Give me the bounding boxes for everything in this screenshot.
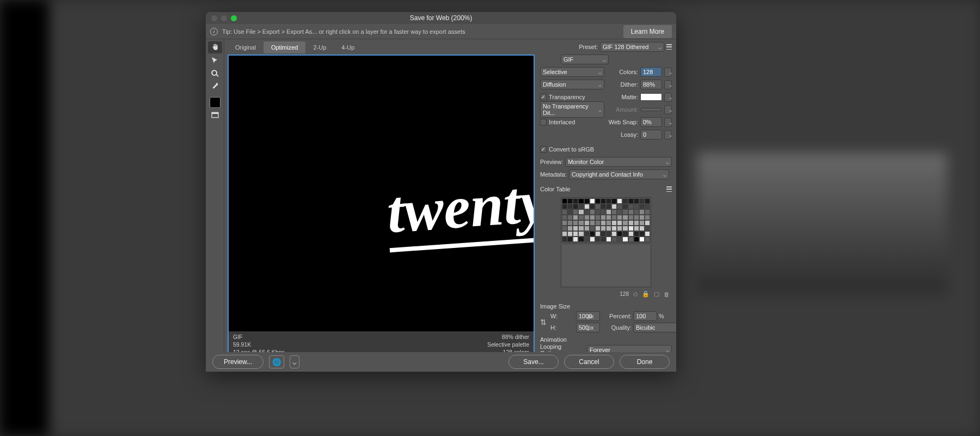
- lossy-label: Lossy:: [540, 131, 638, 138]
- matte-select[interactable]: [664, 93, 672, 102]
- metadata-label: Metadata:: [540, 171, 567, 178]
- preview-button[interactable]: Preview...: [212, 355, 264, 369]
- animation-header: Animation: [540, 336, 672, 343]
- preset-menu-icon[interactable]: [666, 44, 672, 50]
- preview-label: Preview:: [540, 159, 563, 165]
- lossy-stepper[interactable]: [664, 130, 672, 140]
- preset-label: Preset:: [540, 44, 598, 50]
- quality-select[interactable]: Bicubic: [633, 323, 676, 332]
- info-size: 59.91K: [233, 341, 285, 348]
- toggle-slices-visibility[interactable]: [208, 109, 222, 121]
- dither-label: Dither:: [607, 81, 638, 88]
- tip-text: Tip: Use File > Export > Export As... or…: [222, 28, 465, 35]
- save-button[interactable]: Save...: [509, 355, 559, 369]
- window-title: Save for Web (200%): [206, 14, 676, 22]
- tab-2up[interactable]: 2-Up: [305, 41, 334, 53]
- percent-label: Percent:: [604, 313, 632, 319]
- dither-input[interactable]: 88%: [640, 80, 662, 89]
- lossy-input[interactable]: 0: [640, 130, 662, 140]
- minimize-window-button[interactable]: [221, 15, 227, 21]
- slice-select-tool[interactable]: [208, 55, 222, 66]
- dialog-footer: Preview... 🌐 ⌵ Save... Cancel Done: [206, 352, 676, 372]
- settings-panel: Preset: GIF 128 Dithered GIF Selective C…: [538, 39, 676, 372]
- transparency-label: Transparency: [549, 94, 585, 100]
- srgb-label: Convert to sRGB: [549, 146, 594, 153]
- color-count: 128: [620, 291, 629, 297]
- zoom-tool[interactable]: [208, 68, 222, 80]
- preview-content: twentyt: [385, 165, 534, 252]
- close-window-button[interactable]: [211, 15, 217, 21]
- percent-input[interactable]: [633, 311, 657, 321]
- eyedropper-color-swatch[interactable]: [210, 97, 220, 108]
- preview-pane[interactable]: twentyt GIF 59.91K 12 sec @ 56.6 Kbps 88…: [228, 55, 535, 358]
- matte-label: Matte:: [587, 94, 638, 100]
- color-reduction-select[interactable]: Selective: [540, 67, 604, 77]
- color-table-header: Color Table: [540, 186, 570, 192]
- color-table[interactable]: [561, 197, 651, 243]
- tab-original[interactable]: Original: [228, 41, 264, 53]
- metadata-select[interactable]: Copyright and Contact Info: [569, 169, 669, 179]
- learn-more-button[interactable]: Learn More: [623, 25, 672, 38]
- ct-new-icon[interactable]: ▢: [654, 290, 659, 298]
- eyedropper-tool[interactable]: [208, 81, 222, 93]
- browser-preview-icon[interactable]: 🌐: [269, 355, 284, 368]
- ct-lock-icon[interactable]: 🔒: [642, 290, 650, 298]
- link-dimensions-icon[interactable]: ⇅: [540, 318, 549, 326]
- ct-snap-icon[interactable]: ◇: [633, 290, 638, 298]
- color-table-menu-icon[interactable]: [666, 186, 672, 192]
- websnap-input[interactable]: 0%: [640, 117, 662, 127]
- transparency-dither-select[interactable]: No Transparency Dit...: [540, 101, 604, 118]
- preview-tabs: Original Optimized 2-Up 4-Up: [228, 41, 535, 53]
- browser-preview-menu[interactable]: ⌵: [290, 355, 299, 368]
- tab-4up[interactable]: 4-Up: [334, 41, 362, 53]
- srgb-checkbox[interactable]: [540, 146, 547, 153]
- dither-stepper[interactable]: [664, 80, 672, 89]
- info-dither: 88% dither: [487, 333, 529, 341]
- cancel-button[interactable]: Cancel: [564, 355, 614, 369]
- info-palette: Selective palette: [487, 341, 529, 348]
- svg-rect-1: [212, 112, 218, 114]
- amount-label: Amount:: [607, 106, 638, 113]
- websnap-label: Web Snap:: [577, 119, 638, 125]
- matte-swatch[interactable]: [640, 93, 662, 101]
- save-for-web-dialog: Save for Web (200%) i Tip: Use File > Ex…: [206, 12, 676, 372]
- info-format: GIF: [233, 333, 285, 341]
- percent-sign: %: [659, 313, 666, 319]
- px-unit-2: px: [587, 324, 603, 331]
- tool-column: [206, 39, 224, 372]
- preview-select[interactable]: Monitor Color: [565, 157, 672, 167]
- tip-bar: i Tip: Use File > Export > Export As... …: [206, 24, 676, 39]
- amount-input: [640, 108, 662, 111]
- titlebar: Save for Web (200%): [206, 12, 676, 24]
- amount-stepper: [664, 105, 672, 114]
- preview-canvas[interactable]: twentyt: [229, 56, 534, 331]
- dither-method-select[interactable]: Diffusion: [540, 80, 604, 89]
- px-unit: px: [587, 313, 603, 319]
- colors-label: Colors:: [607, 69, 638, 75]
- width-label: W:: [550, 313, 574, 319]
- tab-optimized[interactable]: Optimized: [264, 41, 306, 53]
- maximize-window-button[interactable]: [231, 15, 237, 21]
- height-label: H:: [550, 324, 574, 331]
- image-size-header: Image Size: [540, 303, 672, 310]
- format-select[interactable]: GIF: [561, 55, 609, 64]
- transparency-checkbox[interactable]: [540, 94, 547, 100]
- done-button[interactable]: Done: [620, 355, 670, 369]
- colors-input[interactable]: 128: [640, 67, 662, 77]
- colors-stepper[interactable]: [664, 68, 672, 77]
- preset-select[interactable]: GIF 128 Dithered: [600, 42, 664, 52]
- interlaced-checkbox[interactable]: [540, 119, 547, 125]
- info-icon: i: [210, 28, 218, 35]
- quality-label: Quality:: [604, 324, 632, 331]
- ct-trash-icon[interactable]: 🗑: [664, 291, 670, 298]
- hand-tool[interactable]: [208, 41, 222, 53]
- websnap-stepper[interactable]: [664, 118, 672, 127]
- interlaced-label: Interlaced: [549, 119, 575, 125]
